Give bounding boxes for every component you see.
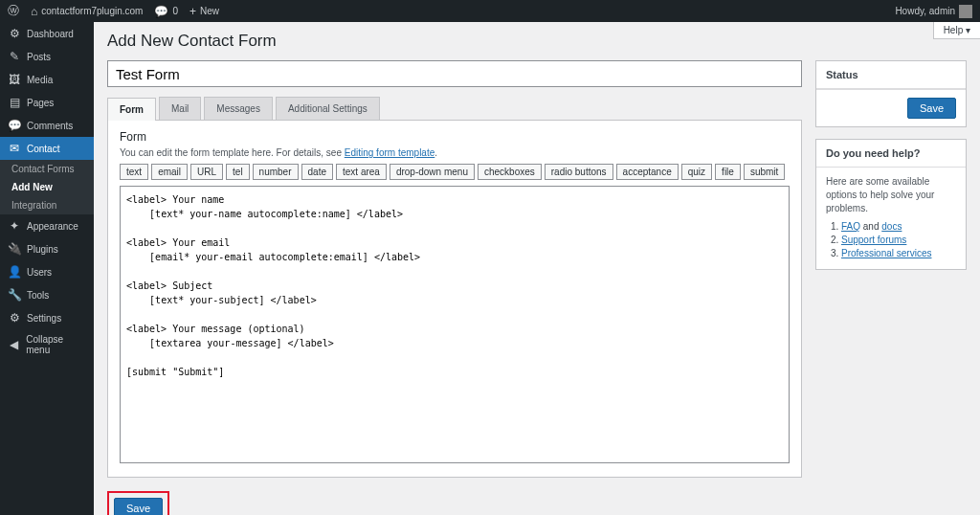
sidebar-item-contact[interactable]: ✉Contact [0,137,94,160]
panel-heading: Form [120,130,790,144]
sidebar-item-dashboard[interactable]: ⚙Dashboard [0,22,94,45]
help-link-item: FAQ and docs [841,221,956,232]
howdy-label: Howdy, admin [895,6,955,16]
tab-mail[interactable]: Mail [159,97,201,120]
save-highlight: Save [107,491,169,515]
help-box-intro: Here are some available options to help … [826,175,956,215]
status-save-button[interactable]: Save [907,98,956,119]
sidebar-item-label: Users [27,267,52,278]
sidebar-item-label: Collapse menu [26,334,86,355]
help-link[interactable]: Support forums [841,235,906,245]
tab-form[interactable]: Form [107,98,156,121]
form-panel: Form You can edit the form template here… [107,121,802,478]
help-link-item: Professional services [841,248,956,258]
admin-bar: ⓦ ⌂contactform7plugin.com 💬0 +New Howdy,… [0,0,980,22]
help-tab[interactable]: Help ▾ [933,22,980,39]
collapse-menu-icon: ◀ [8,338,20,351]
sidebar-item-label: Media [27,75,53,85]
tag-number[interactable]: number [253,164,299,180]
comments-icon: 💬 [8,119,21,132]
tools-icon: 🔧 [8,288,21,302]
tag-tel[interactable]: tel [226,164,250,180]
admin-sidebar: ⚙Dashboard✎Posts🖼Media▤Pages💬Comments✉Co… [0,22,94,515]
media-icon: 🖼 [8,73,21,86]
sidebar-item-collapse-menu[interactable]: ◀Collapse menu [0,329,94,360]
tag-quiz[interactable]: quiz [681,164,712,180]
save-button[interactable]: Save [114,498,163,515]
sidebar-item-media[interactable]: 🖼Media [0,68,94,91]
sidebar-item-label: Plugins [27,244,58,255]
plus-icon: + [189,5,196,18]
posts-icon: ✎ [8,50,21,63]
home-icon: ⌂ [31,5,37,18]
tag-date[interactable]: date [301,164,333,180]
users-icon: 👤 [8,265,21,279]
tag-text[interactable]: text [120,164,148,180]
tag-generator-buttons: textemailURLtelnumberdatetext areadrop-d… [120,164,790,180]
sidebar-item-plugins[interactable]: 🔌Plugins [0,237,94,260]
help-link[interactable]: docs [881,221,902,232]
tag-acceptance[interactable]: acceptance [616,164,679,180]
comments-link[interactable]: 💬0 [154,5,178,18]
sidebar-item-label: Settings [27,313,61,324]
form-title-input[interactable] [107,60,802,87]
help-box: Do you need help? Here are some availabl… [815,139,967,270]
plugins-icon: 🔌 [8,242,21,256]
sidebar-sub-add-new[interactable]: Add New [0,178,94,196]
dashboard-icon: ⚙ [8,27,21,40]
sidebar-sub-contact-forms[interactable]: Contact Forms [0,160,94,178]
tag-text-area[interactable]: text area [336,164,387,180]
contact-form-tabs: FormMailMessagesAdditional Settings [107,97,802,121]
tag-URL[interactable]: URL [190,164,223,180]
tab-additional-settings[interactable]: Additional Settings [276,97,380,120]
sidebar-item-posts[interactable]: ✎Posts [0,45,94,68]
help-link[interactable]: FAQ [841,221,860,232]
tag-radio-buttons[interactable]: radio buttons [545,164,613,180]
page-title: Add New Contact Form [107,32,967,51]
settings-icon: ⚙ [8,311,21,325]
new-label: New [200,6,219,16]
sidebar-item-settings[interactable]: ⚙Settings [0,306,94,329]
sidebar-item-label: Pages [27,98,54,108]
help-box-title: Do you need help? [816,140,966,168]
sidebar-item-comments[interactable]: 💬Comments [0,114,94,137]
sidebar-item-pages[interactable]: ▤Pages [0,91,94,114]
tag-submit[interactable]: submit [744,164,785,180]
sidebar-item-label: Contact [27,144,59,154]
help-link[interactable]: Professional services [841,248,931,258]
comments-count: 0 [172,6,178,16]
status-box: Status Save [815,60,967,127]
wp-logo[interactable]: ⓦ [8,3,19,19]
tag-file[interactable]: file [715,164,741,180]
site-name-link[interactable]: ⌂contactform7plugin.com [31,5,143,18]
tab-messages[interactable]: Messages [204,97,273,120]
editing-form-template-link[interactable]: Editing form template [345,147,435,158]
form-editor[interactable] [120,186,790,463]
sidebar-item-label: Posts [27,52,51,62]
new-content-link[interactable]: +New [189,5,219,18]
sidebar-item-users[interactable]: 👤Users [0,260,94,283]
howdy-link[interactable]: Howdy, admin [895,5,972,18]
tag-email[interactable]: email [151,164,188,180]
sidebar-item-label: Dashboard [27,29,74,39]
contact-icon: ✉ [8,142,21,155]
tag-drop-down-menu[interactable]: drop-down menu [390,164,475,180]
sidebar-item-label: Comments [27,121,73,131]
sidebar-sub-integration[interactable]: Integration [0,196,94,214]
site-name-label: contactform7plugin.com [41,6,143,16]
comment-icon: 💬 [154,5,168,18]
status-box-title: Status [816,61,966,89]
panel-description: You can edit the form template here. For… [120,147,790,158]
pages-icon: ▤ [8,96,21,109]
sidebar-item-appearance[interactable]: ✦Appearance [0,214,94,237]
tag-checkboxes[interactable]: checkboxes [478,164,542,180]
wordpress-icon: ⓦ [8,3,19,19]
sidebar-item-label: Tools [27,290,49,301]
content-area: Help ▾ Add New Contact Form FormMailMess… [94,22,980,515]
help-link-item: Support forums [841,235,956,245]
sidebar-item-tools[interactable]: 🔧Tools [0,283,94,306]
sidebar-item-label: Appearance [27,221,78,232]
avatar [959,5,972,18]
appearance-icon: ✦ [8,219,21,233]
